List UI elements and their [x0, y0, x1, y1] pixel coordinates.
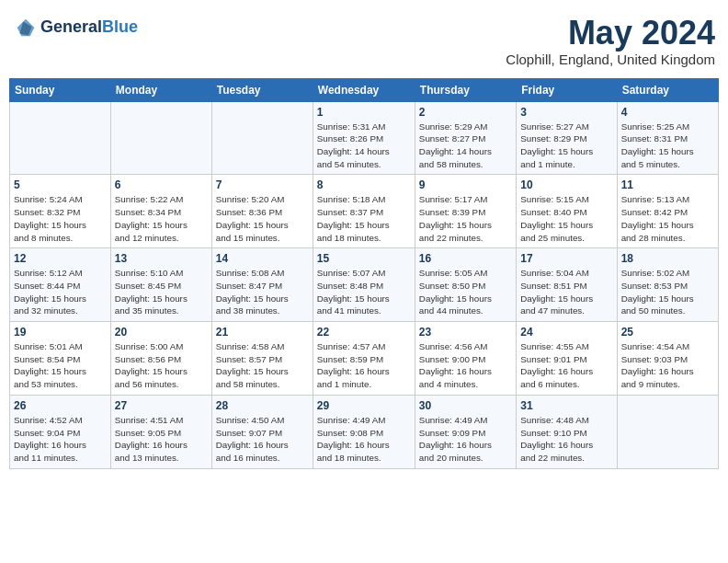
day-number: 17	[520, 252, 612, 265]
day-number: 8	[317, 178, 411, 191]
logo: GeneralBlue	[13, 15, 138, 40]
day-number: 7	[216, 178, 309, 191]
day-cell	[110, 101, 211, 175]
weekday-header-sunday: Sunday	[10, 78, 111, 101]
title-block: May 2024 Clophill, England, United Kingd…	[506, 15, 715, 67]
day-number: 29	[317, 399, 411, 412]
day-number: 16	[419, 252, 512, 265]
day-cell: 19Sunrise: 5:01 AM Sunset: 8:54 PM Dayli…	[10, 322, 111, 396]
day-info: Sunrise: 4:50 AM Sunset: 9:07 PM Dayligh…	[216, 414, 309, 465]
day-number: 6	[115, 178, 208, 191]
day-cell: 20Sunrise: 5:00 AM Sunset: 8:56 PM Dayli…	[110, 322, 211, 396]
weekday-header-friday: Friday	[517, 78, 617, 101]
day-cell: 12Sunrise: 5:12 AM Sunset: 8:44 PM Dayli…	[10, 248, 111, 322]
day-number: 5	[14, 178, 107, 191]
day-cell: 9Sunrise: 5:17 AM Sunset: 8:39 PM Daylig…	[415, 175, 516, 248]
day-number: 21	[216, 326, 309, 339]
week-row-4: 19Sunrise: 5:01 AM Sunset: 8:54 PM Dayli…	[10, 322, 719, 396]
day-cell	[617, 395, 718, 468]
day-cell: 17Sunrise: 5:04 AM Sunset: 8:51 PM Dayli…	[517, 248, 617, 322]
day-number: 22	[317, 326, 411, 339]
weekday-header-thursday: Thursday	[415, 78, 516, 101]
day-number: 15	[317, 252, 411, 265]
day-number: 11	[621, 178, 714, 191]
day-number: 30	[419, 399, 512, 412]
calendar-table: SundayMondayTuesdayWednesdayThursdayFrid…	[9, 78, 719, 469]
day-info: Sunrise: 4:56 AM Sunset: 9:00 PM Dayligh…	[419, 340, 512, 391]
header: GeneralBlue May 2024 Clophill, England, …	[9, 9, 719, 73]
day-cell: 8Sunrise: 5:18 AM Sunset: 8:37 PM Daylig…	[313, 175, 415, 248]
day-cell: 26Sunrise: 4:52 AM Sunset: 9:04 PM Dayli…	[10, 395, 111, 468]
day-cell: 11Sunrise: 5:13 AM Sunset: 8:42 PM Dayli…	[617, 175, 718, 248]
day-info: Sunrise: 4:58 AM Sunset: 8:57 PM Dayligh…	[216, 340, 309, 391]
day-info: Sunrise: 4:51 AM Sunset: 9:05 PM Dayligh…	[115, 414, 208, 465]
day-number: 24	[520, 326, 612, 339]
day-number: 20	[115, 326, 208, 339]
day-number: 12	[14, 252, 107, 265]
day-info: Sunrise: 5:22 AM Sunset: 8:34 PM Dayligh…	[115, 193, 208, 244]
day-cell: 31Sunrise: 4:48 AM Sunset: 9:10 PM Dayli…	[517, 395, 617, 468]
day-number: 10	[520, 178, 612, 191]
day-info: Sunrise: 5:29 AM Sunset: 8:27 PM Dayligh…	[419, 121, 512, 171]
day-number: 13	[115, 252, 208, 265]
logo-line1: General	[40, 17, 102, 36]
day-info: Sunrise: 5:24 AM Sunset: 8:32 PM Dayligh…	[14, 193, 107, 244]
day-info: Sunrise: 5:02 AM Sunset: 8:53 PM Dayligh…	[621, 267, 714, 317]
day-info: Sunrise: 5:25 AM Sunset: 8:31 PM Dayligh…	[621, 121, 714, 171]
day-cell: 4Sunrise: 5:25 AM Sunset: 8:31 PM Daylig…	[617, 101, 718, 175]
day-number: 26	[14, 399, 107, 412]
day-number: 25	[621, 326, 714, 339]
week-row-5: 26Sunrise: 4:52 AM Sunset: 9:04 PM Dayli…	[10, 395, 719, 468]
day-info: Sunrise: 4:48 AM Sunset: 9:10 PM Dayligh…	[520, 414, 612, 465]
week-row-2: 5Sunrise: 5:24 AM Sunset: 8:32 PM Daylig…	[10, 175, 719, 248]
day-info: Sunrise: 4:55 AM Sunset: 9:01 PM Dayligh…	[520, 340, 612, 391]
day-number: 28	[216, 399, 309, 412]
day-number: 19	[14, 326, 107, 339]
day-info: Sunrise: 5:17 AM Sunset: 8:39 PM Dayligh…	[419, 193, 512, 244]
day-cell: 2Sunrise: 5:29 AM Sunset: 8:27 PM Daylig…	[415, 101, 516, 175]
weekday-header-saturday: Saturday	[617, 78, 718, 101]
day-cell: 23Sunrise: 4:56 AM Sunset: 9:00 PM Dayli…	[415, 322, 516, 396]
location: Clophill, England, United Kingdom	[506, 52, 715, 67]
weekday-header-row: SundayMondayTuesdayWednesdayThursdayFrid…	[10, 78, 719, 101]
day-number: 23	[419, 326, 512, 339]
day-number: 27	[115, 399, 208, 412]
day-info: Sunrise: 4:49 AM Sunset: 9:09 PM Dayligh…	[419, 414, 512, 465]
day-number: 9	[419, 178, 512, 191]
day-info: Sunrise: 5:20 AM Sunset: 8:36 PM Dayligh…	[216, 193, 309, 244]
day-number: 18	[621, 252, 714, 265]
logo-line2: Blue	[102, 17, 138, 36]
day-info: Sunrise: 5:15 AM Sunset: 8:40 PM Dayligh…	[520, 193, 612, 244]
day-info: Sunrise: 4:49 AM Sunset: 9:08 PM Dayligh…	[317, 414, 411, 465]
day-number: 14	[216, 252, 309, 265]
day-number: 3	[520, 106, 612, 119]
calendar-container: GeneralBlue May 2024 Clophill, England, …	[9, 9, 719, 469]
day-info: Sunrise: 5:05 AM Sunset: 8:50 PM Dayligh…	[419, 267, 512, 317]
day-cell: 6Sunrise: 5:22 AM Sunset: 8:34 PM Daylig…	[110, 175, 211, 248]
day-cell: 7Sunrise: 5:20 AM Sunset: 8:36 PM Daylig…	[211, 175, 313, 248]
day-number: 1	[317, 106, 411, 119]
day-info: Sunrise: 5:00 AM Sunset: 8:56 PM Dayligh…	[115, 340, 208, 391]
day-cell: 24Sunrise: 4:55 AM Sunset: 9:01 PM Dayli…	[517, 322, 617, 396]
day-cell: 3Sunrise: 5:27 AM Sunset: 8:29 PM Daylig…	[517, 101, 617, 175]
day-cell: 22Sunrise: 4:57 AM Sunset: 8:59 PM Dayli…	[313, 322, 415, 396]
day-info: Sunrise: 5:31 AM Sunset: 8:26 PM Dayligh…	[317, 121, 411, 171]
day-cell: 27Sunrise: 4:51 AM Sunset: 9:05 PM Dayli…	[110, 395, 211, 468]
day-cell: 1Sunrise: 5:31 AM Sunset: 8:26 PM Daylig…	[313, 101, 415, 175]
day-cell	[211, 101, 313, 175]
day-info: Sunrise: 5:08 AM Sunset: 8:47 PM Dayligh…	[216, 267, 309, 317]
day-info: Sunrise: 5:18 AM Sunset: 8:37 PM Dayligh…	[317, 193, 411, 244]
day-info: Sunrise: 5:01 AM Sunset: 8:54 PM Dayligh…	[14, 340, 107, 391]
day-info: Sunrise: 5:13 AM Sunset: 8:42 PM Dayligh…	[621, 193, 714, 244]
day-number: 4	[621, 106, 714, 119]
day-cell	[10, 101, 111, 175]
day-cell: 14Sunrise: 5:08 AM Sunset: 8:47 PM Dayli…	[211, 248, 313, 322]
day-number: 31	[520, 399, 612, 412]
day-cell: 25Sunrise: 4:54 AM Sunset: 9:03 PM Dayli…	[617, 322, 718, 396]
day-cell: 16Sunrise: 5:05 AM Sunset: 8:50 PM Dayli…	[415, 248, 516, 322]
day-cell: 5Sunrise: 5:24 AM Sunset: 8:32 PM Daylig…	[10, 175, 111, 248]
day-info: Sunrise: 4:52 AM Sunset: 9:04 PM Dayligh…	[14, 414, 107, 465]
weekday-header-wednesday: Wednesday	[313, 78, 415, 101]
month-title: May 2024	[506, 15, 715, 52]
day-info: Sunrise: 4:57 AM Sunset: 8:59 PM Dayligh…	[317, 340, 411, 391]
